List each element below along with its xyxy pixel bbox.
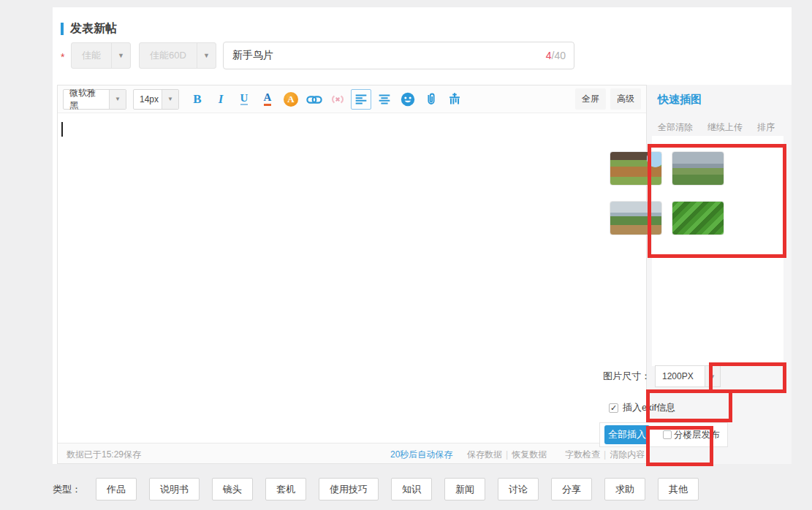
floor-publish-checkbox[interactable]: [663, 430, 672, 439]
required-asterisk: *: [61, 51, 64, 63]
link-icon: [306, 91, 322, 107]
text-cursor: [61, 122, 63, 137]
thumbnail-skyline-garden[interactable]: [672, 151, 724, 186]
post-type-row: 类型： 作品 说明书 镜头 套机 使用技巧 知识 新闻 讨论 分享 求助 其他: [53, 478, 711, 501]
advanced-button[interactable]: 高级: [610, 88, 641, 110]
insert-all-button[interactable]: 全部插入: [604, 425, 650, 444]
type-button-manual[interactable]: 说明书: [149, 478, 200, 501]
type-button-tips[interactable]: 使用技巧: [319, 478, 379, 501]
chart-icon: [447, 91, 463, 107]
image-size-value: 1200PX: [656, 371, 705, 381]
fullscreen-button[interactable]: 全屏: [575, 88, 606, 110]
remove-link-button[interactable]: [327, 89, 348, 110]
font-size-select[interactable]: 14px ▼: [133, 89, 179, 110]
sidebar-title: 快速插图: [658, 93, 702, 107]
autosave-countdown: 20秒后自动保存: [390, 449, 452, 461]
align-center-icon: [376, 91, 392, 107]
type-button-lens[interactable]: 镜头: [212, 478, 253, 501]
separator: |: [502, 449, 512, 460]
page-title: 发表新帖: [61, 21, 117, 37]
type-button-news[interactable]: 新闻: [444, 478, 485, 501]
underline-button[interactable]: U: [234, 89, 254, 110]
type-label: 类型：: [53, 483, 81, 496]
editor-toolbar: 微软雅黑 ▼ 14px ▼ B I U A: [58, 85, 646, 113]
font-color-button[interactable]: A: [257, 89, 278, 110]
clear-all-link[interactable]: 全部清除: [658, 121, 693, 134]
model-select[interactable]: 佳能60D ▼: [139, 42, 216, 69]
clear-content-link[interactable]: 清除内容: [610, 449, 645, 460]
image-size-select[interactable]: 1200PX ▼: [655, 365, 721, 387]
chevron-down-icon: ▼: [705, 366, 720, 387]
insert-action-box: 全部插入 分楼层发布: [599, 422, 728, 447]
image-size-row: 图片尺寸： 1200PX ▼: [603, 365, 721, 387]
image-size-label: 图片尺寸：: [603, 370, 650, 383]
char-counter-current: 4: [546, 50, 552, 61]
type-button-share[interactable]: 分享: [551, 478, 592, 501]
font-family-value: 微软雅黑: [64, 87, 109, 112]
chart-button[interactable]: [444, 89, 465, 110]
type-button-other[interactable]: 其他: [658, 478, 699, 501]
rich-text-editor: 微软雅黑 ▼ 14px ▼ B I U A: [57, 85, 647, 464]
brand-select-value: 佳能: [72, 49, 111, 62]
continue-upload-link[interactable]: 继续上传: [707, 121, 743, 134]
type-button-help[interactable]: 求助: [604, 478, 645, 501]
paperclip-icon: [423, 91, 439, 107]
editor-statusbar: 数据已于15:29保存 20秒后自动保存 保存数据|恢复数据 字数检查|清除内容: [58, 443, 646, 463]
attachment-button[interactable]: [421, 89, 441, 110]
emoji-icon: [400, 91, 416, 107]
italic-icon: I: [219, 93, 224, 105]
check-clear-links: 字数检查|清除内容: [565, 449, 645, 461]
separator: |: [600, 449, 610, 460]
exif-row: 插入exif信息: [609, 401, 675, 414]
post-editor-page: 发表新帖 * 佳能 ▼ 佳能60D ▼ 4 /40 微软雅黑 ▼: [0, 0, 812, 510]
save-restore-links: 保存数据|恢复数据: [467, 449, 547, 461]
font-color-icon: A: [264, 92, 272, 106]
highlight-color-icon: A: [284, 92, 298, 107]
emoji-button[interactable]: [398, 89, 418, 110]
underline-icon: U: [240, 93, 248, 105]
font-family-select[interactable]: 微软雅黑 ▼: [63, 89, 126, 110]
thumbnail-grid: [598, 151, 726, 235]
insert-link-button[interactable]: [304, 89, 325, 110]
chevron-down-icon: ▼: [111, 43, 130, 68]
sidebar-actions: 全部清除 继续上传 排序: [658, 121, 775, 134]
type-button-works[interactable]: 作品: [96, 478, 137, 501]
floor-publish-row: 分楼层发布: [663, 429, 720, 441]
type-button-kit[interactable]: 套机: [265, 478, 306, 501]
model-select-value: 佳能60D: [140, 49, 197, 62]
align-left-button[interactable]: [351, 89, 371, 110]
type-button-knowledge[interactable]: 知识: [391, 478, 432, 501]
main-panel: 发表新帖 * 佳能 ▼ 佳能60D ▼ 4 /40 微软雅黑 ▼: [53, 7, 792, 464]
bold-button[interactable]: B: [187, 89, 208, 110]
floor-publish-label: 分楼层发布: [674, 429, 720, 441]
thumbnail-rooftop-deck[interactable]: [610, 151, 662, 186]
align-left-icon: [353, 91, 369, 107]
chevron-down-icon: ▼: [109, 90, 126, 109]
font-size-value: 14px: [134, 94, 162, 104]
editor-content-area[interactable]: [58, 113, 646, 443]
bold-icon: B: [193, 93, 201, 105]
page-title-text: 发表新帖: [70, 21, 117, 37]
sort-link[interactable]: 排序: [757, 121, 775, 134]
word-count-link[interactable]: 字数检查: [565, 449, 600, 460]
align-center-button[interactable]: [374, 89, 395, 110]
post-title-field: 4 /40: [223, 42, 574, 69]
char-counter-max: /40: [552, 50, 566, 61]
type-button-discussion[interactable]: 讨论: [498, 478, 539, 501]
title-accent-bar: [61, 23, 64, 35]
restore-data-link[interactable]: 恢复数据: [512, 449, 547, 460]
brand-select[interactable]: 佳能 ▼: [71, 42, 131, 69]
post-title-input[interactable]: [223, 42, 574, 69]
thumbnail-leafy-greens[interactable]: [672, 201, 724, 235]
chevron-down-icon: ▼: [197, 43, 216, 68]
thumbnail-terrace-shrubs[interactable]: [610, 201, 662, 235]
unlink-icon: [330, 91, 346, 107]
exif-checkbox[interactable]: [609, 403, 618, 413]
char-counter: 4 /40: [546, 42, 566, 69]
last-saved-text: 数据已于15:29保存: [67, 449, 141, 461]
chevron-down-icon: ▼: [162, 90, 178, 109]
exif-label: 插入exif信息: [623, 401, 675, 414]
italic-button[interactable]: I: [210, 89, 231, 110]
save-data-link[interactable]: 保存数据: [467, 449, 502, 460]
highlight-color-button[interactable]: A: [281, 89, 301, 110]
